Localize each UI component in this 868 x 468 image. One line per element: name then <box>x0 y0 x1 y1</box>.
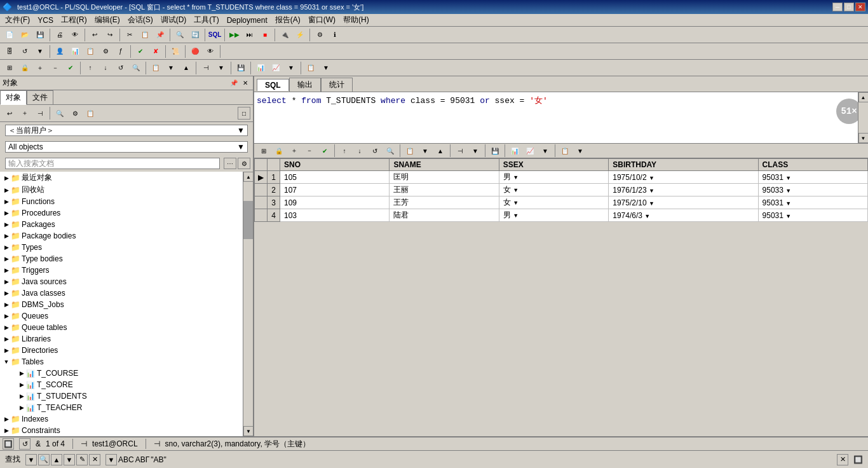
confirm-btn[interactable]: ✔ <box>318 144 332 158</box>
tree-expand-icon[interactable]: ▶ <box>3 336 10 342</box>
watch-btn[interactable]: 👁 <box>203 45 217 59</box>
tree-expand-icon[interactable]: ▶ <box>18 393 25 399</box>
tree-item[interactable]: ▶📁Libraries <box>0 333 243 345</box>
paste-btn[interactable]: 📌 <box>153 28 167 42</box>
tree-expand-icon[interactable]: ▶ <box>3 416 10 422</box>
t18[interactable]: ▼ <box>284 61 298 75</box>
t4[interactable]: － <box>48 61 62 75</box>
cell-ssex[interactable]: 女 ▼ <box>499 196 608 209</box>
tree-expand-icon[interactable]: ▶ <box>18 382 25 388</box>
menu-project[interactable]: 工程(R) <box>57 13 91 27</box>
cell-class[interactable]: 95031 ▼ <box>758 196 867 209</box>
find-btn[interactable]: 🔍 <box>173 28 187 42</box>
proc-btn[interactable]: ⚙ <box>98 45 112 59</box>
view-res-btn[interactable]: 📋 <box>558 144 572 158</box>
tree-item[interactable]: ▶📁Types <box>0 242 243 253</box>
cell-sbirthday[interactable]: 1974/6/3 ▼ <box>609 209 758 222</box>
cell-sname[interactable]: 匡明 <box>390 171 499 184</box>
close-button[interactable]: ✕ <box>855 3 865 11</box>
tree-item[interactable]: ▶📁Queues <box>0 310 243 322</box>
t1[interactable]: ⊞ <box>3 61 17 75</box>
tree-item[interactable]: ▶📁Indexes <box>0 413 243 425</box>
cell-sno[interactable]: 107 <box>280 184 390 196</box>
menu-report[interactable]: 报告(A) <box>271 13 304 27</box>
tab-stats[interactable]: 统计 <box>321 78 353 92</box>
tree-expand-icon[interactable]: ▶ <box>3 244 10 251</box>
chart2-btn[interactable]: 📈 <box>523 144 537 158</box>
bs-dropdown-icon[interactable]: ▼ <box>25 454 37 465</box>
cell-sname[interactable]: 王丽 <box>390 184 499 196</box>
bs-prev-icon[interactable]: ▲ <box>51 454 62 465</box>
minimize-button[interactable]: ─ <box>832 3 843 11</box>
search-btn[interactable]: 🔍 <box>383 144 397 158</box>
tree-item[interactable]: ▶📊T_TEACHER <box>0 402 243 413</box>
filter-dropdown[interactable]: All objects ▼ <box>5 141 248 153</box>
tree-item[interactable]: ▶📁Java sources <box>0 276 243 287</box>
view-btn[interactable]: 📋 <box>83 45 97 59</box>
t5[interactable]: ✔ <box>64 61 78 75</box>
tree-item[interactable]: ▶📊T_SCORE <box>0 379 243 390</box>
table-row[interactable]: 2107王丽女 ▼1976/1/23 ▼95033 ▼ <box>255 184 868 196</box>
schema-btn[interactable]: 👤 <box>53 45 67 59</box>
column-header[interactable]: CLASS <box>758 159 867 171</box>
tree-item[interactable]: ▶📁Procedures <box>0 207 243 219</box>
menu-file[interactable]: 文件(F) <box>1 13 34 27</box>
status-db-icon[interactable]: 🔲 <box>3 438 14 450</box>
pin-button[interactable]: 📌 <box>229 78 239 88</box>
save-btn[interactable]: 💾 <box>33 28 47 42</box>
tree-expand-icon[interactable]: ▶ <box>3 187 10 193</box>
tree-item[interactable]: ▶📁Queue tables <box>0 322 243 333</box>
menu-session[interactable]: 会话(S) <box>124 13 157 27</box>
menu-ycs[interactable]: YCS <box>34 15 57 26</box>
del-row-btn[interactable]: － <box>302 144 316 158</box>
close-panel-button[interactable]: ✕ <box>240 78 250 88</box>
t20[interactable]: ▼ <box>319 61 333 75</box>
scroll-thumb[interactable] <box>243 201 253 239</box>
view-arrow-btn[interactable]: ▼ <box>573 144 587 158</box>
tree-expand-icon[interactable]: ▶ <box>3 175 10 181</box>
cell-sbirthday[interactable]: 1975/10/2 ▼ <box>609 171 758 184</box>
more-btn2[interactable]: ℹ <box>328 28 342 42</box>
t3[interactable]: ＋ <box>33 61 47 75</box>
tree-item[interactable]: ▶📁Triggers <box>0 265 243 276</box>
tree-expand-icon[interactable]: ▶ <box>3 267 10 273</box>
print-btn[interactable]: 🖨 <box>53 28 67 42</box>
t11[interactable]: ▼ <box>164 61 178 75</box>
t8[interactable]: ↺ <box>114 61 128 75</box>
lt4[interactable]: 🔍 <box>53 106 67 120</box>
replace-btn[interactable]: 🔄 <box>188 28 202 42</box>
func-btn[interactable]: ƒ <box>114 45 128 59</box>
search-settings-btn[interactable]: ⚙ <box>238 158 250 169</box>
tree-item[interactable]: ▶📁Package bodies <box>0 230 243 242</box>
menu-edit[interactable]: 编辑(E) <box>91 13 124 27</box>
chart-arrow-btn[interactable]: ▼ <box>538 144 552 158</box>
lt2[interactable]: ＋ <box>18 106 32 120</box>
open-btn[interactable]: 📂 <box>18 28 32 42</box>
t9[interactable]: 🔍 <box>129 61 143 75</box>
tree-item[interactable]: ▼📁Tables <box>0 356 243 368</box>
tree-item[interactable]: ▶📊T_STUDENTS <box>0 390 243 402</box>
save-res-btn[interactable]: 💾 <box>488 144 502 158</box>
tree-item[interactable]: ▶📁Type bodies <box>0 253 243 265</box>
menu-window[interactable]: 窗口(W) <box>304 13 339 27</box>
cell-ssex[interactable]: 女 ▼ <box>499 184 608 196</box>
t2[interactable]: 🔒 <box>18 61 32 75</box>
bs-clear-icon[interactable]: ✕ <box>89 454 100 465</box>
prev-btn[interactable]: ↑ <box>337 144 351 158</box>
copy-res-btn[interactable]: 📋 <box>403 144 417 158</box>
tree-expand-icon[interactable]: ▶ <box>3 313 10 319</box>
tab-objects[interactable]: 对象 <box>0 90 27 105</box>
tree-expand-icon[interactable]: ▶ <box>3 427 10 434</box>
column-header[interactable]: SNAME <box>390 159 499 171</box>
scroll-up-btn[interactable]: ▲ <box>243 172 253 182</box>
disconnect-btn[interactable]: ⚡ <box>293 28 307 42</box>
compile-btn[interactable]: SQL <box>208 28 222 42</box>
t17[interactable]: 📈 <box>269 61 283 75</box>
tree-expand-icon[interactable]: ▶ <box>3 324 10 331</box>
tree-scrollbar[interactable]: ▲ ▼ <box>243 172 253 436</box>
sql-hist-btn[interactable]: 📜 <box>168 45 182 59</box>
tree-expand-icon[interactable]: ▶ <box>3 233 10 239</box>
tree-expand-icon[interactable]: ▼ <box>3 359 10 365</box>
editor-scroll-down[interactable]: ▼ <box>858 133 869 143</box>
tree-expand-icon[interactable]: ▶ <box>3 301 10 308</box>
